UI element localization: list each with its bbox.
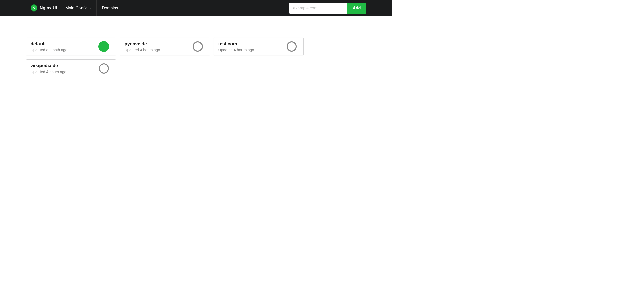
caret-down-icon [90,8,91,9]
domain-updated: Updated 4 hours ago [31,69,66,74]
domain-name: pydave.de [125,41,160,47]
nginx-logo-icon [31,4,37,12]
domain-name: test.com [218,41,254,47]
status-disabled-icon[interactable] [98,63,109,74]
card-info: pydave.deUpdated 4 hours ago [125,41,160,52]
circle-outline-icon [287,41,297,51]
brand[interactable]: Nginx UI [31,0,60,16]
nav-main-config-label: Main Config [65,6,88,10]
nav-left: Nginx UI Main Config Domains [0,0,124,16]
circle-outline-icon [99,63,109,74]
circle-outline-icon [193,41,203,51]
add-button[interactable]: Add [347,3,367,14]
main-container: defaultUpdated a month agopydave.deUpdat… [0,16,392,77]
nav-domains[interactable]: Domains [97,0,124,16]
status-enabled-icon[interactable] [98,41,109,52]
domain-input[interactable] [289,3,347,14]
card-info: test.comUpdated 4 hours ago [218,41,254,52]
status-disabled-icon[interactable] [192,41,203,52]
domain-name: wikipedia.de [31,63,66,68]
domain-card[interactable]: defaultUpdated a month ago [26,38,116,55]
nav-main-config[interactable]: Main Config [60,0,97,16]
card-info: wikipedia.deUpdated 4 hours ago [31,63,66,74]
add-domain-form: Add [289,3,366,14]
status-disabled-icon[interactable] [286,41,297,52]
domain-card[interactable]: test.comUpdated 4 hours ago [214,38,303,55]
domain-card[interactable]: wikipedia.deUpdated 4 hours ago [26,59,116,77]
circle-filled-icon [98,41,109,52]
nav-right: Add [289,0,392,16]
domain-cards-grid: defaultUpdated a month agopydave.deUpdat… [26,38,304,78]
brand-name: Nginx UI [39,6,57,11]
domain-card[interactable]: pydave.deUpdated 4 hours ago [120,38,210,55]
domain-name: default [31,41,67,47]
card-info: defaultUpdated a month ago [31,41,67,52]
domain-updated: Updated 4 hours ago [218,48,254,52]
domain-updated: Updated a month ago [31,48,67,52]
nav-domains-label: Domains [102,6,118,10]
domain-updated: Updated 4 hours ago [125,48,160,52]
navbar: Nginx UI Main Config Domains Add [0,0,392,16]
